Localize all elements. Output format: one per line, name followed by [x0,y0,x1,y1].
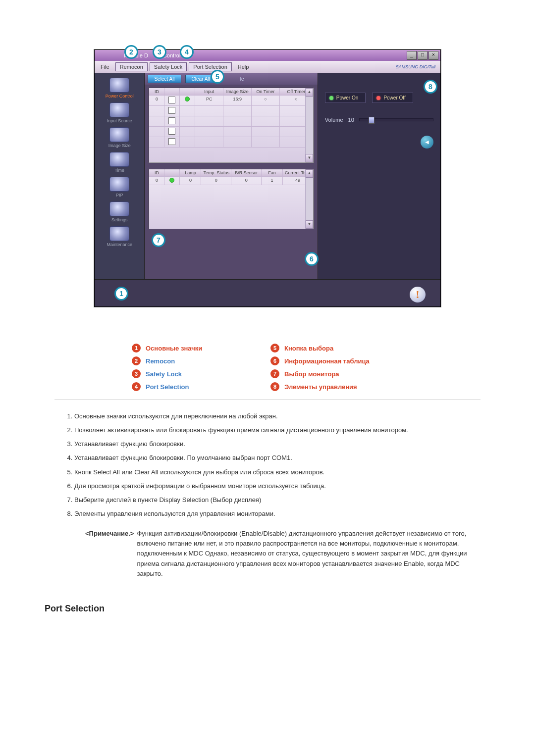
table-header-row: ID Lamp Temp. Status B/R Sensor Fan Curr… [149,169,313,177]
table-row[interactable] [149,127,313,137]
legend-badge: 4 [132,382,141,391]
legend-badge: 2 [132,356,141,365]
legend-item: 4 Port Selection [129,380,268,393]
legend-item: 2 Remocon [129,354,268,367]
table-row[interactable] [149,106,313,116]
close-button[interactable]: × [428,51,438,60]
scrollbar[interactable]: ▲ ▼ [305,169,313,229]
callout-4: 4 [180,45,194,59]
mdc-app-window: 1 2 3 4 5 6 7 8 Multiple D Control _ □ ×… [94,50,441,307]
power-off-dot-icon [376,96,380,100]
table-header-row: ID Input Image Size On Timer Off Timer [149,88,313,96]
power-row: Power On Power Off [325,93,433,103]
list-item: Устанавливает функцию блокировки. [74,439,476,449]
sidebar-item-maintenance[interactable]: Maintenance [95,223,144,248]
select-bar: Select All Clear All le [145,73,317,85]
volume-slider[interactable] [359,118,433,121]
col-input: Input [195,88,223,95]
legend-badge: 3 [132,369,141,378]
col-image-size: Image Size [223,88,252,95]
callout-3: 3 [153,45,166,59]
legend-text: Основные значки [146,345,202,352]
legend-badge: 5 [270,344,279,353]
cell-status2 [164,177,180,185]
sidebar-item-label: Image Size [108,143,131,148]
list-item: Кнопк Select All или Clear All использую… [74,467,476,477]
input-source-icon [109,102,129,117]
cell-id: 0 [149,96,164,105]
sidebar-item-input-source[interactable]: Input Source [95,100,144,124]
legend-text: Элементы управления [284,383,357,391]
control-panel: Power On Power Off Volume 10 ◄ [318,73,440,280]
table-row[interactable] [149,137,313,148]
scroll-down-arrow[interactable]: ▼ [306,154,313,162]
list-item: Элементы управления используются для упр… [74,509,476,519]
col-on-timer: On Timer [252,88,280,95]
volume-label: Volume [325,117,343,123]
center-pane: Select All Clear All le ID Input Image S… [145,73,317,280]
sidebar-item-image-size[interactable]: Image Size [95,124,144,149]
sidebar-item-label: Maintenance [107,242,132,247]
power-icon [109,78,129,93]
divider [54,399,481,400]
legend-text: Port Selection [146,383,189,391]
sidebar-item-power-control[interactable]: Power Control [95,75,144,100]
callout-2: 2 [124,45,138,59]
col-temp-status: Temp. Status [201,169,231,176]
power-off-button[interactable]: Power Off [372,93,413,103]
status-bar: ! [95,279,440,306]
note: <Примечание.> Функция активизации/блокир… [85,529,476,579]
scroll-up-arrow[interactable]: ▲ [306,88,313,97]
select-all-button[interactable]: Select All [148,75,181,83]
warning-icon: ! [410,287,426,302]
cell-on: ○ [252,96,280,105]
legend-text: Remocon [146,357,175,365]
power-on-button[interactable]: Power On [325,93,366,103]
callout-7: 7 [152,233,165,247]
legend-item: 6 Информационная таблица [268,354,406,367]
table-row[interactable]: 0 0 0 0 1 49 [149,177,313,185]
minimize-button[interactable]: _ [407,51,417,60]
table-row[interactable] [149,116,313,127]
pip-icon [109,177,129,192]
cell-tempst: 0 [201,177,231,185]
sidebar-item-settings[interactable]: Settings [95,199,144,223]
menu-remocon[interactable]: Remocon [115,62,148,71]
col-id: ID [149,88,164,95]
col-status [180,88,195,95]
note-body: Функция активизации/блокировки (Enable/D… [137,529,476,579]
table-row[interactable]: 0 PC 16:9 ○ ○ [149,96,313,106]
scroll-down-arrow[interactable]: ▼ [306,220,313,229]
sidebar-item-pip[interactable]: PIP [95,174,144,199]
legend-badge: 6 [270,356,279,365]
power-off-label: Power Off [383,95,405,101]
menu-help[interactable]: Help [234,63,253,71]
list-item: Выберите дисплей в пункте Display Select… [74,495,476,505]
le-label: le [240,76,244,82]
legend-item: 3 Safety Lock [129,367,268,380]
legend-item: 1 Основные значки [129,342,268,354]
sidebar-item-label: Power Control [106,94,134,99]
sidebar: Power Control Input Source Image Size Ti… [95,73,145,280]
cell-size: 16:9 [223,96,252,105]
section-title-port-selection: Port Selection [45,604,490,614]
legend-item: 8 Элементы управления [268,380,406,393]
volume-thumb[interactable] [369,117,374,124]
legend-text: Кнопка выбора [284,345,333,352]
menu-port-selection[interactable]: Port Selection [189,62,231,71]
menu-file[interactable]: File [97,63,113,71]
menu-safety-lock[interactable]: Safety Lock [150,62,187,71]
scroll-up-arrow[interactable]: ▲ [306,169,313,178]
maximize-button[interactable]: □ [418,51,428,60]
col-id2: ID [149,169,164,176]
settings-icon [109,202,129,216]
description-list: Основные значки используются для переклю… [59,411,476,579]
sidebar-item-time[interactable]: Time [95,149,144,174]
cell-sel[interactable] [164,96,180,105]
sidebar-item-label: Input Source [107,118,132,123]
mute-button[interactable]: ◄ [421,136,433,149]
callout-8: 8 [424,80,437,94]
scrollbar[interactable]: ▲ ▼ [305,88,313,162]
callout-1: 1 [114,287,128,301]
legend-text: Safety Lock [146,370,182,378]
